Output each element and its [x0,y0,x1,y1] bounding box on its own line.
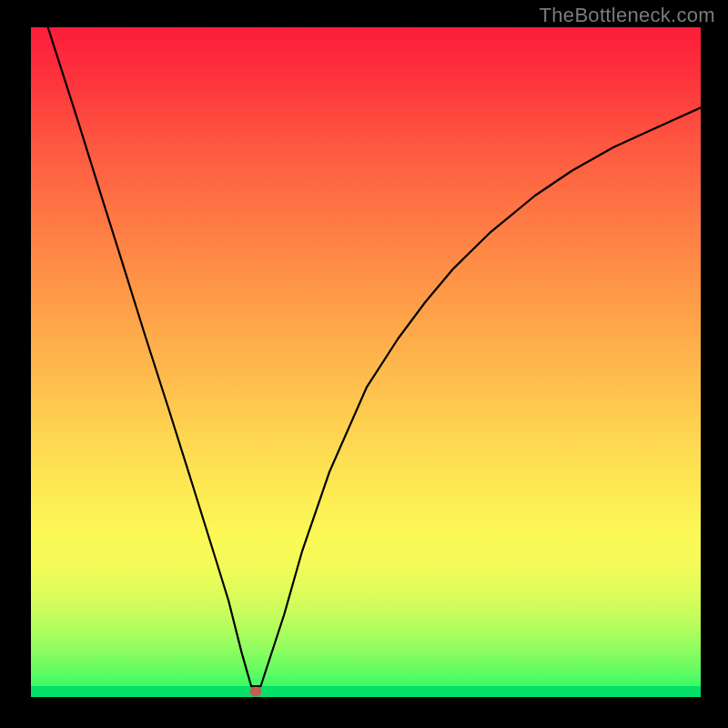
optimum-marker [250,687,262,697]
chart-frame: TheBottleneck.com [0,0,728,728]
bottleneck-curve [31,27,701,686]
plot-area [31,27,701,697]
watermark-text: TheBottleneck.com [540,4,715,27]
curve-svg [31,27,701,697]
